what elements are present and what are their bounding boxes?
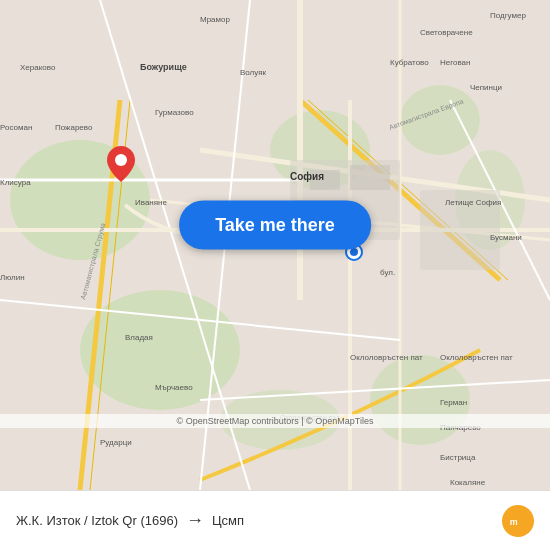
- svg-text:Подгумер: Подгумер: [490, 11, 526, 20]
- svg-text:Чепинци: Чепинци: [470, 83, 502, 92]
- svg-text:Клисура: Клисура: [0, 178, 31, 187]
- route-info: Ж.К. Изток / Iztok Qr (1696) → Цсмп: [16, 510, 502, 531]
- svg-text:Оклоловръстен пат: Оклоловръстен пат: [350, 353, 423, 362]
- take-me-there-button[interactable]: Take me there: [179, 201, 371, 250]
- svg-text:Бистрица: Бистрица: [440, 453, 476, 462]
- moovit-logo: m: [502, 505, 534, 537]
- bottom-bar: Ж.К. Изток / Iztok Qr (1696) → Цсмп m: [0, 490, 550, 550]
- svg-text:бул.: бул.: [380, 268, 395, 277]
- svg-text:Герман: Герман: [440, 398, 467, 407]
- svg-text:Божурище: Божурище: [140, 62, 187, 72]
- svg-text:София: София: [290, 171, 324, 182]
- svg-text:Оклоловръстен пат: Оклоловръстен пат: [440, 353, 513, 362]
- map-container: Подгумер Мрамор Световрачене Негован Чеп…: [0, 0, 550, 490]
- svg-rect-22: [350, 165, 390, 190]
- origin-label: Ж.К. Изток / Iztok Qr (1696): [16, 513, 178, 528]
- svg-text:Иваняне: Иваняне: [135, 198, 168, 207]
- svg-text:Пожарево: Пожарево: [55, 123, 93, 132]
- svg-text:Гурмазово: Гурмазово: [155, 108, 194, 117]
- svg-text:Хераково: Хераково: [20, 63, 56, 72]
- destination-label: Цсмп: [212, 513, 244, 528]
- svg-text:Волуяк: Волуяк: [240, 68, 267, 77]
- svg-text:Бусмани: Бусмани: [490, 233, 522, 242]
- origin-pin: [107, 146, 135, 186]
- svg-point-56: [115, 154, 127, 166]
- svg-text:Мрамор: Мрамор: [200, 15, 231, 24]
- svg-text:Кокаляне: Кокаляне: [450, 478, 486, 487]
- moovit-logo-circle: m: [502, 505, 534, 537]
- svg-text:Владая: Владая: [125, 333, 153, 342]
- svg-text:Люлин: Люлин: [0, 273, 25, 282]
- route-arrow-icon: →: [186, 510, 204, 531]
- svg-text:Летище София: Летище София: [445, 198, 501, 207]
- svg-text:m: m: [510, 517, 518, 527]
- svg-text:Росоман: Росоман: [0, 123, 32, 132]
- svg-text:Негован: Негован: [440, 58, 470, 67]
- svg-text:Рударци: Рударци: [100, 438, 132, 447]
- svg-text:Мърчаево: Мърчаево: [155, 383, 193, 392]
- map-attribution: © OpenStreetMap contributors | © OpenMap…: [0, 414, 550, 428]
- svg-text:Световрачене: Световрачене: [420, 28, 473, 37]
- svg-text:Кубратово: Кубратово: [390, 58, 429, 67]
